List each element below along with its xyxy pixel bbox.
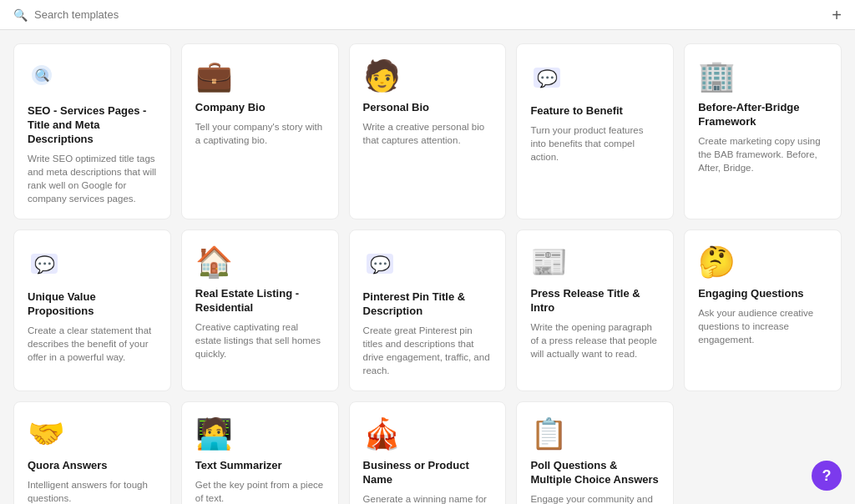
card-pinterest-pin[interactable]: 💬 Pinterest Pin Title & Description Crea…	[349, 229, 507, 391]
card-icon-quora-answers: 🤝	[28, 419, 157, 449]
card-before-after-bridge[interactable]: 🏢 Before-After-Bridge Framework Create m…	[684, 43, 842, 219]
card-unique-value[interactable]: 💬 Unique Value Propositions Create a cle…	[13, 229, 171, 391]
card-icon-press-release: 📰	[530, 247, 660, 277]
help-button[interactable]: ?	[812, 461, 842, 491]
card-icon-pinterest-pin: 💬	[363, 247, 493, 280]
card-engaging-questions[interactable]: 🤔 Engaging Questions Ask your audience c…	[684, 229, 842, 391]
card-icon-feature-to-benefit: 💬	[530, 61, 660, 94]
card-desc-poll-questions: Engage your community and get to know th…	[530, 492, 660, 504]
card-seo-services[interactable]: 🔍 SEO - Services Pages - Title and Meta …	[13, 43, 171, 219]
card-title-company-bio: Company Bio	[195, 101, 325, 115]
svg-text:💬: 💬	[34, 255, 55, 275]
header: 🔍 +	[0, 0, 855, 30]
card-press-release[interactable]: 📰 Press Release Title & Intro Write the …	[516, 229, 674, 391]
card-title-text-summarizer: Text Summarizer	[195, 459, 325, 473]
svg-text:💬: 💬	[537, 68, 558, 88]
card-icon-poll-questions: 📋	[530, 419, 660, 449]
card-desc-personal-bio: Write a creative personal bio that captu…	[363, 120, 493, 147]
card-desc-seo-services: Write SEO optimized title tags and meta …	[28, 152, 157, 205]
card-desc-real-estate: Creative captivating real estate listing…	[195, 320, 325, 360]
card-title-unique-value: Unique Value Propositions	[28, 290, 157, 319]
card-icon-personal-bio: 🧑	[363, 61, 493, 91]
card-title-poll-questions: Poll Questions & Multiple Choice Answers	[530, 459, 660, 487]
card-desc-before-after-bridge: Create marketing copy using the BAB fram…	[698, 134, 827, 174]
card-icon-business-product-name: 🎪	[363, 419, 493, 449]
card-desc-company-bio: Tell your company's story with a captiva…	[195, 120, 325, 147]
svg-text:🔍: 🔍	[35, 68, 50, 83]
card-icon-engaging-questions: 🤔	[698, 247, 827, 277]
card-title-personal-bio: Personal Bio	[363, 101, 493, 115]
card-personal-bio[interactable]: 🧑 Personal Bio Write a creative personal…	[349, 43, 507, 219]
card-text-summarizer[interactable]: 🧑‍💻 Text Summarizer Get the key point fr…	[181, 401, 339, 504]
card-desc-feature-to-benefit: Turn your product features into benefits…	[530, 123, 660, 164]
card-desc-quora-answers: Intelligent answers for tough questions.	[28, 478, 157, 504]
card-title-quora-answers: Quora Answers	[28, 459, 157, 473]
card-desc-pinterest-pin: Create great Pinterest pin titles and de…	[363, 324, 493, 377]
card-icon-seo-services: 🔍	[28, 61, 157, 94]
main-content: 🔍 SEO - Services Pages - Title and Meta …	[0, 30, 855, 504]
card-icon-text-summarizer: 🧑‍💻	[195, 419, 325, 449]
card-title-engaging-questions: Engaging Questions	[698, 287, 827, 301]
search-area: 🔍	[13, 8, 201, 22]
search-input[interactable]	[34, 8, 201, 21]
card-title-feature-to-benefit: Feature to Benefit	[530, 104, 660, 118]
card-icon-unique-value: 💬	[28, 247, 157, 280]
card-desc-business-product-name: Generate a winning name for your busines…	[363, 492, 493, 504]
card-title-seo-services: SEO - Services Pages - Title and Meta De…	[28, 104, 157, 147]
card-poll-questions[interactable]: 📋 Poll Questions & Multiple Choice Answe…	[516, 401, 674, 504]
search-icon: 🔍	[13, 8, 28, 22]
add-template-button[interactable]: +	[832, 7, 842, 23]
card-desc-press-release: Write the opening paragraph of a press r…	[530, 320, 660, 360]
card-business-product-name[interactable]: 🎪 Business or Product Name Generate a wi…	[349, 401, 507, 504]
card-title-pinterest-pin: Pinterest Pin Title & Description	[363, 290, 493, 319]
card-title-press-release: Press Release Title & Intro	[530, 287, 660, 315]
card-desc-text-summarizer: Get the key point from a piece of text.	[195, 478, 325, 504]
card-quora-answers[interactable]: 🤝 Quora Answers Intelligent answers for …	[13, 401, 171, 504]
svg-text:💬: 💬	[370, 255, 391, 275]
card-icon-real-estate: 🏠	[195, 247, 325, 277]
card-icon-before-after-bridge: 🏢	[698, 61, 827, 91]
card-desc-unique-value: Create a clear statement that describes …	[28, 324, 157, 364]
templates-grid: 🔍 SEO - Services Pages - Title and Meta …	[13, 43, 842, 504]
card-title-before-after-bridge: Before-After-Bridge Framework	[698, 101, 827, 129]
card-company-bio[interactable]: 💼 Company Bio Tell your company's story …	[181, 43, 339, 219]
card-desc-engaging-questions: Ask your audience creative questions to …	[698, 306, 827, 346]
card-feature-to-benefit[interactable]: 💬 Feature to Benefit Turn your product f…	[516, 43, 674, 219]
card-title-business-product-name: Business or Product Name	[363, 459, 493, 487]
card-icon-company-bio: 💼	[195, 61, 325, 91]
card-title-real-estate: Real Estate Listing - Residential	[195, 287, 325, 315]
card-real-estate[interactable]: 🏠 Real Estate Listing - Residential Crea…	[181, 229, 339, 391]
